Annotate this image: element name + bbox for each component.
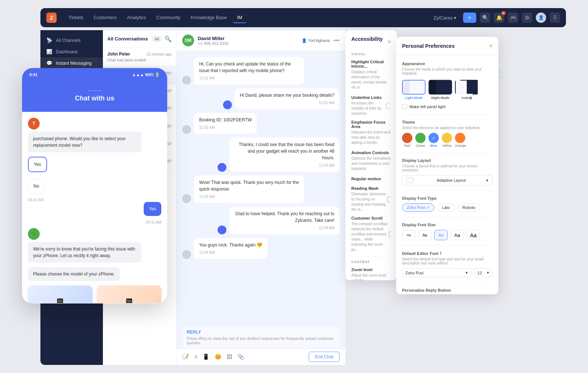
chat-more-btn[interactable]: ••• <box>333 37 340 44</box>
editor-size-select[interactable]: 12 ▾ <box>474 268 492 277</box>
theme-dot-blue[interactable] <box>429 133 439 143</box>
end-chat-button[interactable]: End Chat <box>309 352 340 362</box>
regular-motion-item: Regular motion <box>351 177 391 181</box>
product-img-12xl: 📱 <box>28 285 93 303</box>
chat-contact-avatar: DM <box>182 35 194 46</box>
reply-hint-text: Press #Key to view the set of pre-drafte… <box>187 336 334 345</box>
mobile-msg-no-option[interactable]: No <box>28 177 161 193</box>
preferences-panel: Personal Preferences × Appearance Choose… <box>396 37 498 294</box>
msg-row-0: Hi, Can you check and update the status … <box>182 57 340 85</box>
appearance-night-mode[interactable]: Night Mode <box>429 80 452 100</box>
font-size-md[interactable]: Aa <box>434 230 448 240</box>
grid-icon-btn[interactable]: ⠿ <box>550 13 560 23</box>
msg-bubble-1: Hi David, please share me your booking d… <box>235 88 340 109</box>
layout-icon <box>406 178 413 183</box>
chat-messages: Hi, Can you check and update the status … <box>176 51 345 338</box>
product-card-13xl[interactable]: 📱 zPhone 13 XL <box>97 285 162 303</box>
hash-icon[interactable]: # <box>194 354 197 360</box>
msg-bubble-5: Glad to have helped. Thank you for reach… <box>229 207 340 234</box>
new-button[interactable]: + <box>463 13 476 23</box>
msg-row-2: Booking ID: 1002FDERTW 11:02 AM <box>182 113 340 134</box>
layout-select[interactable]: Adaptive Layout ▾ <box>402 175 492 185</box>
sidebar-item-dashboard[interactable]: 📊 Dashboard <box>40 46 103 57</box>
font-size-sm[interactable]: Aa <box>418 230 431 240</box>
nav-item-community[interactable]: Community <box>152 13 185 23</box>
notifications-icon-btn[interactable]: 🔔4 <box>494 13 504 23</box>
theme-dot-orange[interactable] <box>455 133 465 143</box>
conv-item-john[interactable]: John Peter 15 minutes ago Chat has been … <box>103 48 176 66</box>
appearance-auto-mode[interactable]: Auto◑ <box>455 80 478 100</box>
msg-bubble-0: Hi, Can you check and update the status … <box>194 57 304 85</box>
mobile-msg-yes-option[interactable]: Yes <box>28 157 161 172</box>
msg-bubble-3: Thanks, I could see that the issue has b… <box>229 138 340 172</box>
left-panel-checkbox-box[interactable] <box>402 104 407 109</box>
nav-item-knowledge[interactable]: Knowledge Base <box>186 13 231 23</box>
font-options: Zoho Puvi ✓ Lato Roboto <box>402 203 492 212</box>
divider-4 <box>402 217 492 217</box>
font-size-xl[interactable]: Aa <box>467 230 480 240</box>
accessibility-panel: Accessibility × VISUAL Highlight Critica… <box>345 30 397 280</box>
nav-item-tickets[interactable]: Tickets <box>64 13 88 23</box>
mobile-header: — — — Chat with us <box>22 81 167 112</box>
product-card-12xl[interactable]: 📱 zPhone 12 XL <box>28 285 93 303</box>
nav-brand[interactable]: ZylCares ▾ <box>433 15 456 21</box>
reading-mask-toggle[interactable] <box>387 196 391 203</box>
format-icon[interactable]: 📝 <box>182 354 189 360</box>
nav-item-im[interactable]: IM <box>233 13 247 23</box>
editor-font-section: Default Editor Font ℹ Select the default… <box>402 251 492 277</box>
zoom-level-label: Zoom level <box>351 267 391 272</box>
theme-yellow[interactable]: Yellow <box>442 133 452 148</box>
font-type-section: Display Font Type Zoho Puvi ✓ Lato Robot… <box>402 196 492 212</box>
theme-blue[interactable]: Blue <box>429 133 439 148</box>
customer-scroll-toggle[interactable] <box>388 231 391 238</box>
underline-links-toggle[interactable] <box>386 103 391 109</box>
emoji-icon[interactable]: 😊 <box>215 354 222 360</box>
font-size-lg[interactable]: Aa <box>451 230 464 240</box>
chat-contact-name: David Miller <box>198 36 229 41</box>
attachment-icon[interactable]: 📎 <box>237 354 244 360</box>
app-logo[interactable]: Z <box>46 13 57 23</box>
theme-dot-red[interactable] <box>402 133 412 143</box>
mobile-msg-sent-yes: Yes <box>28 202 161 216</box>
search-icon-btn[interactable]: 🔍 <box>480 13 490 23</box>
mobile-widget: 9:41 ▲▲▲ WiFi 🔋 — — — Chat with us T pur… <box>22 68 167 303</box>
sidebar-item-all-channels[interactable]: 📡 All Channels <box>40 35 103 46</box>
theme-orange[interactable]: Orange <box>455 133 466 148</box>
font-opt-roboto[interactable]: Roboto <box>458 203 480 212</box>
nav-right-area: ZylCares ▾ + 🔍 🔔4 🎮 ⚙ 👤 ⠿ <box>433 13 560 23</box>
left-panel-checkbox[interactable]: Make left panel light <box>402 104 492 109</box>
a11y-header: Accessibility × <box>351 36 391 48</box>
nav-item-analytics[interactable]: Analytics <box>123 13 151 23</box>
whatsapp-icon[interactable]: 📱 <box>202 354 209 360</box>
editor-font-select[interactable]: Zoho Puvi ▾ <box>402 268 471 277</box>
visual-section-label: VISUAL <box>351 52 391 56</box>
font-size-xs[interactable]: Aa <box>402 230 415 240</box>
search-conv-icon[interactable]: 🔍 <box>164 35 172 42</box>
dashboard-icon: 📊 <box>46 49 52 54</box>
appearance-light-mode[interactable]: Light Mode <box>402 80 426 100</box>
highlight-critical-item: Highlight Critical Inform... Displays cr… <box>351 60 391 90</box>
user-avatar[interactable]: 👤 <box>536 13 546 23</box>
chat-contact-info: David Miller +1-408-352-9191 <box>198 36 229 46</box>
sidebar-item-instant-messaging[interactable]: 💬 Instant Messaging <box>40 57 103 69</box>
product-selection-row: 📱 zPhone 12 XL 📱 zPhone 13 XL <box>28 285 161 303</box>
games-icon-btn[interactable]: 🎮 <box>508 13 518 23</box>
theme-green[interactable]: Green <box>415 133 426 148</box>
font-opt-lato[interactable]: Lato <box>437 203 455 212</box>
filter-all-btn[interactable]: All <box>152 36 162 42</box>
msg-avatar-agent <box>223 100 232 109</box>
font-size-section: Display Font Size Aa Aa Aa Aa Aa <box>402 223 492 240</box>
pref-close-btn[interactable]: × <box>489 43 492 49</box>
settings-icon-btn[interactable]: ⚙ <box>522 13 532 23</box>
theme-dot-green[interactable] <box>415 133 426 143</box>
nav-item-customers[interactable]: Customers <box>89 13 121 23</box>
font-opt-zoho[interactable]: Zoho Puvi ✓ <box>402 203 434 212</box>
image-icon[interactable]: 🖼 <box>227 354 232 360</box>
theme-red[interactable]: Red <box>402 133 412 148</box>
personalize-title: Personalize Reply Button <box>402 288 492 292</box>
content-section-label: CONTENT <box>351 260 391 264</box>
theme-dot-yellow[interactable] <box>442 133 452 143</box>
theme-options: Red Green Blue Yellow Orange <box>402 133 492 148</box>
bot-avatar-row: T <box>28 118 161 129</box>
accessibility-close[interactable]: × <box>388 39 391 45</box>
